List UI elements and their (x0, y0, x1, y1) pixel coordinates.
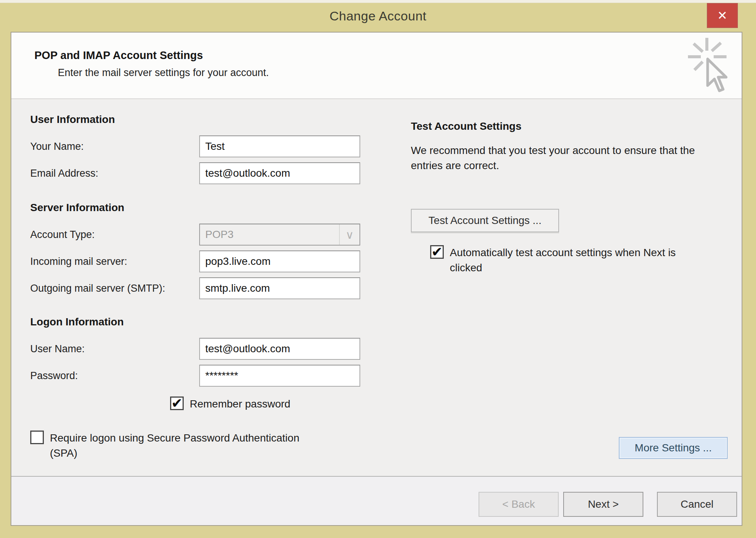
titlebar: Change Account ✕ (0, 3, 756, 29)
your-name-row: Your Name: (30, 135, 360, 157)
test-description: We recommend that you test your account … (411, 143, 713, 173)
account-type-dropdown[interactable]: POP3 ∨ (199, 224, 360, 246)
close-icon: ✕ (717, 9, 728, 22)
user-name-row: User Name: (30, 338, 360, 360)
remember-password-label: Remember password (190, 397, 290, 412)
dialog-body: POP and IMAP Account Settings Enter the … (11, 32, 742, 526)
account-type-row: Account Type: POP3 ∨ (30, 224, 360, 246)
email-address-input[interactable] (199, 162, 360, 184)
password-input[interactable] (199, 365, 360, 387)
outgoing-server-label: Outgoing mail server (SMTP): (30, 283, 199, 294)
auto-test-label: Automatically test account settings when… (450, 245, 688, 275)
incoming-server-row: Incoming mail server: (30, 250, 360, 272)
your-name-input[interactable] (199, 135, 360, 157)
wizard-footer: < Back Next > Cancel (11, 476, 742, 525)
password-row: Password: (30, 365, 360, 387)
back-button[interactable]: < Back (479, 492, 559, 517)
change-account-window: Change Account ✕ POP and IMAP Account Se… (0, 0, 756, 538)
auto-test-row: ✔ Automatically test account settings wh… (430, 245, 736, 275)
window-title: Change Account (330, 9, 427, 23)
dialog-content: User Information Your Name: Email Addres… (11, 99, 742, 476)
section-user-information: User Information (30, 114, 360, 126)
outgoing-server-row: Outgoing mail server (SMTP): (30, 277, 360, 299)
page-title: POP and IMAP Account Settings (34, 49, 742, 62)
remember-password-row: ✔ Remember password (170, 397, 360, 412)
spa-checkbox[interactable] (30, 431, 44, 444)
auto-test-checkbox[interactable]: ✔ (430, 245, 444, 259)
section-server-information: Server Information (30, 202, 360, 214)
dialog-header: POP and IMAP Account Settings Enter the … (11, 33, 742, 99)
user-name-input[interactable] (199, 338, 360, 360)
close-button[interactable]: ✕ (707, 3, 738, 28)
email-address-row: Email Address: (30, 162, 360, 184)
spa-row: Require logon using Secure Password Auth… (30, 431, 360, 461)
spa-label: Require logon using Secure Password Auth… (50, 431, 311, 461)
password-label: Password: (30, 370, 199, 382)
settings-form-column: User Information Your Name: Email Addres… (30, 99, 360, 476)
your-name-label: Your Name: (30, 141, 199, 152)
section-test-account-settings: Test Account Settings (411, 120, 736, 132)
more-settings-button[interactable]: More Settings ... (619, 437, 728, 459)
click-cursor-icon (686, 36, 731, 95)
window-top-edge (0, 0, 756, 3)
outgoing-server-input[interactable] (199, 277, 360, 299)
incoming-server-input[interactable] (199, 250, 360, 272)
chevron-down-icon: ∨ (339, 224, 359, 245)
page-subtitle: Enter the mail server settings for your … (58, 67, 742, 79)
test-settings-column: Test Account Settings We recommend that … (411, 99, 736, 476)
account-type-value: POP3 (205, 229, 339, 241)
next-button[interactable]: Next > (563, 492, 643, 517)
account-type-label: Account Type: (30, 229, 199, 241)
user-name-label: User Name: (30, 343, 199, 355)
test-account-settings-button[interactable]: Test Account Settings ... (411, 209, 559, 232)
section-logon-information: Logon Information (30, 316, 360, 328)
incoming-server-label: Incoming mail server: (30, 256, 199, 267)
email-address-label: Email Address: (30, 168, 199, 179)
remember-password-checkbox[interactable]: ✔ (170, 397, 184, 410)
cancel-button[interactable]: Cancel (657, 492, 737, 517)
